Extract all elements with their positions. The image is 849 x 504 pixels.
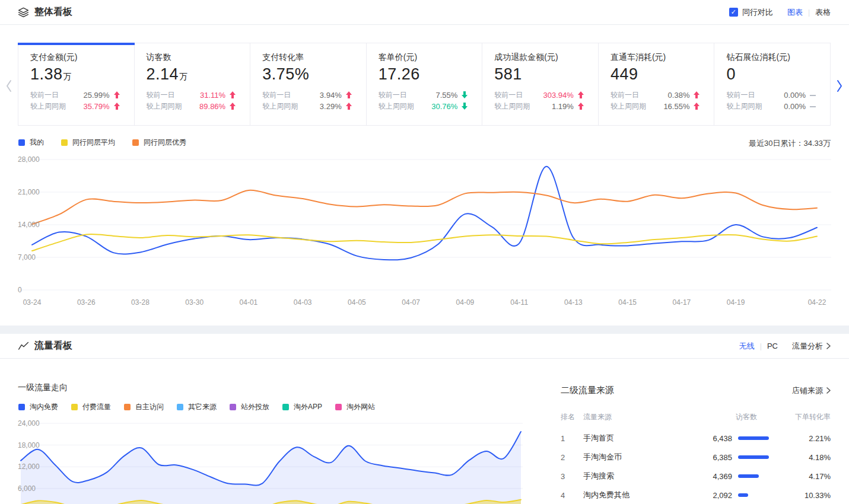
peer-compare-label[interactable]: 同行对比 (742, 7, 773, 18)
main-chart-x-axis: 03-2403-2603-2803-3004-0104-0304-0504-07… (18, 298, 831, 309)
trend-arrow-icon (462, 91, 468, 99)
metric-delta-row: 较上周同期3.29% (262, 101, 352, 112)
visitors-bar (738, 474, 759, 478)
view-toggle-table[interactable]: 表格 (815, 7, 831, 18)
legend-item-other-sources[interactable]: 其它来源 (177, 402, 217, 412)
metric-delta-row: 较上周同期0.00% (726, 101, 816, 112)
legend-item-taowai-app[interactable]: 淘外APP (282, 402, 322, 412)
active-tab-indicator (18, 43, 135, 45)
visitors-bar (738, 436, 769, 440)
visitors-bar (738, 493, 748, 497)
main-chart-legend: 我的 同行同层平均 同行同层优秀 (18, 138, 203, 148)
overall-dashboard-panel: 整体看板 ✓ 同行对比 图表 | 表格 支付金额(元) 1.38万 较前一日25… (0, 0, 849, 326)
table-row[interactable]: 3 手淘搜索 4,369 4.17% (561, 467, 831, 486)
metric-card-payment-amount[interactable]: 支付金额(元) 1.38万 较前一日25.99% 较上周同期35.79% (18, 43, 135, 125)
legend-item-paid-traffic[interactable]: 付费流量 (71, 402, 111, 412)
view-toggle-chart[interactable]: 图表 (787, 7, 803, 18)
trend-arrow-icon (810, 103, 816, 110)
metric-card-visitors[interactable]: 访客数 2.14万 较前一日31.11% 较上周同期89.86% (135, 43, 251, 125)
metric-delta-row: 较上周同期35.79% (30, 101, 120, 112)
metric-card-diamond-spend[interactable]: 钻石展位消耗(元) 0 较前一日0.00% 较上周同期0.00% (714, 43, 830, 125)
legend-swatch (230, 404, 236, 410)
visitors-bar (738, 455, 769, 459)
tab-wireless[interactable]: 无线 (739, 341, 755, 352)
traffic-sources-section: 二级流量来源 店铺来源 排名 流量来源 访客数 下单转化率 1 手淘首页 6,4… (561, 385, 831, 504)
metric-card-refund-amount[interactable]: 成功退款金额(元) 581 较前一日303.94% 较上周同期1.19% (482, 43, 599, 125)
peer-compare-checkbox[interactable]: ✓ (729, 8, 738, 17)
table-row[interactable]: 4 淘内免费其他 2,092 10.33% (561, 486, 831, 504)
metric-delta-row: 较前一日7.55% (379, 90, 468, 101)
overall-trend-chart (18, 153, 831, 301)
trend-arrow-icon (230, 91, 236, 99)
legend-item-peer-average[interactable]: 同行同层平均 (61, 138, 115, 148)
legend-item-mine[interactable]: 我的 (18, 138, 44, 148)
legend-item-taowai-web[interactable]: 淘外网站 (335, 402, 375, 412)
metric-title: 支付金额(元) (30, 52, 123, 63)
trend-chart-legend: 淘内免费 付费流量 自主访问 其它来源 站外投放 淘外APP 淘外网站 (18, 402, 388, 412)
trend-arrow-icon (114, 103, 120, 110)
legend-swatch (124, 404, 131, 410)
metric-value: 3.75% (262, 65, 355, 84)
legend-swatch (71, 404, 78, 410)
legend-swatch (282, 404, 289, 410)
sources-title: 二级流量来源 (561, 385, 614, 396)
metric-value: 449 (610, 65, 704, 84)
metric-delta-row: 较前一日3.94% (262, 90, 352, 101)
metric-value: 17.26 (379, 65, 472, 84)
metric-title: 客单价(元) (379, 52, 472, 63)
tab-pc[interactable]: PC (767, 342, 778, 350)
legend-item-peer-excellent[interactable]: 同行同层优秀 (132, 138, 186, 148)
metric-delta-row: 较前一日0.38% (610, 90, 700, 101)
metric-title: 钻石展位消耗(元) (726, 52, 819, 63)
overall-header: 整体看板 ✓ 同行对比 图表 | 表格 (0, 0, 849, 25)
metric-delta-row: 较前一日0.00% (726, 90, 816, 101)
legend-item-offsite-ads[interactable]: 站外投放 (230, 402, 269, 412)
chevron-right-icon (826, 343, 831, 349)
divider: | (808, 8, 810, 17)
divider: | (760, 342, 762, 350)
trend-arrow-icon (346, 91, 352, 99)
trend-arrow-icon (114, 91, 120, 99)
metric-value: 581 (494, 65, 587, 84)
metric-delta-row: 较上周同期1.19% (494, 101, 584, 112)
metric-delta-row: 较上周同期89.86% (147, 101, 236, 112)
metric-cards-strip: 支付金额(元) 1.38万 较前一日25.99% 较上周同期35.79% 访客数… (18, 43, 831, 126)
check-icon: ✓ (731, 8, 736, 16)
metric-title: 成功退款金额(元) (494, 52, 587, 63)
metric-card-conversion-rate[interactable]: 支付转化率 3.75% 较前一日3.94% 较上周同期3.29% (250, 43, 367, 125)
shop-sources-link[interactable]: 店铺来源 (792, 385, 831, 396)
metric-delta-row: 较前一日303.94% (494, 90, 584, 101)
legend-swatch (61, 139, 68, 146)
trend-arrow-icon (346, 103, 352, 110)
line-chart-icon (18, 340, 29, 352)
metric-delta-row: 较上周同期30.76% (379, 101, 468, 112)
table-row[interactable]: 1 手淘首页 6,438 2.21% (561, 429, 831, 448)
metric-delta-row: 较前一日31.11% (147, 90, 236, 101)
metric-value: 0 (726, 65, 819, 84)
legend-swatch (177, 404, 183, 410)
sources-table-header: 排名 流量来源 访客数 下单转化率 (561, 412, 831, 422)
traffic-analysis-link[interactable]: 流量分析 (792, 341, 831, 352)
table-row[interactable]: 2 手淘淘金币 6,385 4.18% (561, 448, 831, 467)
traffic-title: 流量看板 (34, 340, 72, 352)
metric-title: 访客数 (147, 52, 240, 63)
metric-value: 2.14万 (147, 65, 240, 84)
traffic-trend-chart (18, 415, 523, 504)
metric-title: 支付转化率 (262, 52, 355, 63)
metric-card-ztc-spend[interactable]: 直通车消耗(元) 449 较前一日0.38% 较上周同期16.55% (599, 43, 715, 125)
summary-30day-total: 最近30日累计：34.33万 (749, 138, 831, 149)
trend-arrow-icon (462, 103, 468, 110)
metric-value: 1.38万 (30, 65, 123, 84)
trend-arrow-icon (578, 91, 584, 99)
legend-item-taonei-free[interactable]: 淘内免费 (18, 402, 58, 412)
traffic-header: 流量看板 无线 | PC 流量分析 (0, 334, 849, 359)
trend-arrow-icon (694, 91, 699, 99)
carousel-prev-icon[interactable] (4, 78, 14, 94)
trend-arrow-icon (578, 103, 584, 110)
chevron-right-icon (826, 387, 831, 394)
page-title: 整体看板 (34, 6, 72, 18)
legend-item-direct-visit[interactable]: 自主访问 (124, 402, 164, 412)
metric-card-avg-order-value[interactable]: 客单价(元) 17.26 较前一日7.55% 较上周同期30.76% (367, 43, 483, 125)
layers-icon (18, 7, 29, 18)
carousel-next-icon[interactable] (835, 78, 844, 94)
